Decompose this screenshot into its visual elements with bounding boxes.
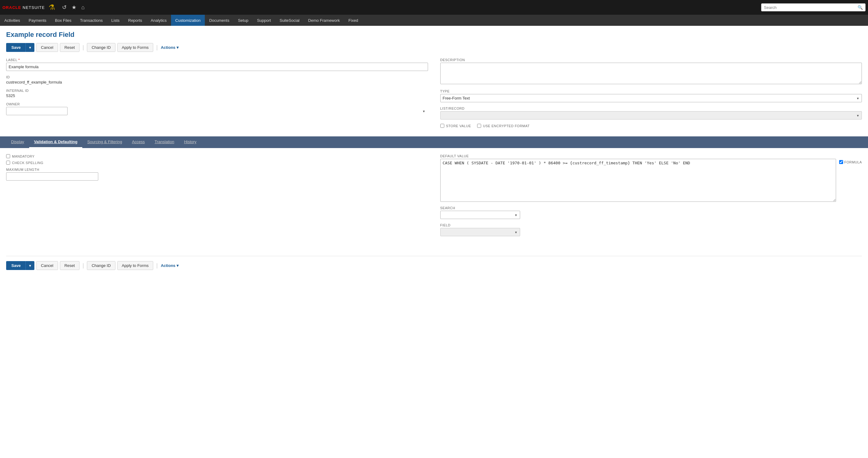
tab-left-col: MANDATORY CHECK SPELLING MAXIMUM LENGTH xyxy=(6,154,428,241)
logo-area: ORACLE NETSUITE ⚗ xyxy=(2,3,55,12)
max-length-input[interactable] xyxy=(6,172,98,181)
internal-id-field-value: 5325 xyxy=(6,93,428,98)
search-select-wrapper xyxy=(440,211,520,219)
menu-bar: Activities Payments Box Files Transactio… xyxy=(0,15,868,26)
bottom-save-button-group: Save ▼ xyxy=(6,261,34,270)
use-encrypted-checkbox-row: USE ENCRYPTED FORMAT xyxy=(477,124,530,128)
id-field-group: ID custrecord_ff_example_formula xyxy=(6,75,428,85)
check-spelling-label: CHECK SPELLING xyxy=(12,161,43,165)
default-value-row: CASE WHEN ( SYSDATE - DATE '1970-01-01' … xyxy=(440,159,862,202)
menu-item-activities[interactable]: Activities xyxy=(0,15,24,26)
checkbox-row-store: STORE VALUE USE ENCRYPTED FORMAT xyxy=(440,124,862,130)
save-dropdown-button[interactable]: ▼ xyxy=(26,43,34,52)
mandatory-checkbox-row: MANDATORY xyxy=(6,154,428,158)
menu-item-customization[interactable]: Customization xyxy=(171,15,205,26)
list-record-select-wrapper xyxy=(440,111,862,120)
label-field-input[interactable] xyxy=(6,63,428,71)
change-id-button[interactable]: Change ID xyxy=(87,43,115,52)
bottom-change-id-button[interactable]: Change ID xyxy=(87,261,115,270)
use-encrypted-checkbox[interactable] xyxy=(477,124,481,128)
formula-label: FORMULA xyxy=(844,160,862,164)
label-field-label: LABEL * xyxy=(6,58,428,62)
tab-content-grid: MANDATORY CHECK SPELLING MAXIMUM LENGTH … xyxy=(6,154,862,241)
list-record-field-label: LIST/RECORD xyxy=(440,106,862,110)
tab-access[interactable]: Access xyxy=(127,136,150,148)
mandatory-label: MANDATORY xyxy=(12,154,35,158)
list-record-field-group: LIST/RECORD xyxy=(440,106,862,120)
bottom-apply-to-forms-button[interactable]: Apply to Forms xyxy=(117,261,153,270)
formula-checkbox[interactable] xyxy=(839,160,843,164)
search-input[interactable] xyxy=(764,5,858,10)
oracle-text: ORACLE xyxy=(2,5,21,10)
tab-validation-defaulting[interactable]: Validation & Defaulting xyxy=(29,136,83,148)
search-button[interactable]: 🔍 xyxy=(858,5,863,10)
menu-item-documents[interactable]: Documents xyxy=(205,15,234,26)
menu-item-analytics[interactable]: Analytics xyxy=(147,15,171,26)
tab-display[interactable]: Display xyxy=(6,136,29,148)
nav-icons: ↺ ★ ⌂ xyxy=(60,2,87,12)
reset-button[interactable]: Reset xyxy=(60,43,80,52)
tab-history[interactable]: History xyxy=(179,136,201,148)
check-spelling-checkbox[interactable] xyxy=(6,161,10,165)
form-left: LABEL * ID custrecord_ff_example_formula… xyxy=(6,58,428,130)
bottom-separator-2: | xyxy=(156,262,158,269)
actions-button[interactable]: Actions ▾ xyxy=(161,45,179,50)
home-icon[interactable]: ⌂ xyxy=(80,2,87,12)
store-value-checkbox[interactable] xyxy=(440,124,444,128)
owner-field-label: OWNER xyxy=(6,102,428,106)
type-field-group: TYPE Free-Form Text xyxy=(440,89,862,102)
default-value-textarea[interactable]: CASE WHEN ( SYSDATE - DATE '1970-01-01' … xyxy=(440,159,836,202)
search-select[interactable] xyxy=(440,211,520,219)
oracle-logo: ORACLE NETSUITE xyxy=(2,5,45,10)
store-value-label: STORE VALUE xyxy=(446,124,471,128)
bottom-save-dropdown-button[interactable]: ▼ xyxy=(26,261,34,270)
max-length-field-group: MAXIMUM LENGTH xyxy=(6,168,428,181)
save-button[interactable]: Save xyxy=(6,43,26,52)
menu-item-demo-framework[interactable]: Demo Framework xyxy=(304,15,344,26)
type-select-wrapper: Free-Form Text xyxy=(440,94,862,102)
separator-1: | xyxy=(83,44,84,51)
separator-2: | xyxy=(156,44,158,51)
bottom-cancel-button[interactable]: Cancel xyxy=(36,261,58,270)
description-textarea[interactable] xyxy=(440,63,862,84)
tab-right-col: DEFAULT VALUE CASE WHEN ( SYSDATE - DATE… xyxy=(440,154,862,241)
menu-item-lists[interactable]: Lists xyxy=(107,15,124,26)
tab-section: Display Validation & Defaulting Sourcing… xyxy=(0,136,868,148)
formula-checkbox-wrapper: FORMULA xyxy=(839,159,862,164)
apply-to-forms-button[interactable]: Apply to Forms xyxy=(117,43,153,52)
field-select[interactable] xyxy=(440,228,520,236)
list-record-select[interactable] xyxy=(440,111,862,120)
field-field-label: FIELD xyxy=(440,223,862,227)
menu-item-transactions[interactable]: Transactions xyxy=(76,15,107,26)
tab-translation[interactable]: Translation xyxy=(150,136,179,148)
history-icon[interactable]: ↺ xyxy=(60,2,68,12)
menu-item-support[interactable]: Support xyxy=(253,15,275,26)
required-star: * xyxy=(19,58,20,62)
favorites-icon[interactable]: ★ xyxy=(70,2,78,12)
description-field-label: DESCRIPTION xyxy=(440,58,862,62)
menu-item-payments[interactable]: Payments xyxy=(24,15,51,26)
mandatory-checkbox[interactable] xyxy=(6,154,10,158)
menu-item-suitesocial[interactable]: SuiteSocial xyxy=(275,15,304,26)
search-field-group: SEARCH xyxy=(440,206,862,219)
bottom-actions-button[interactable]: Actions ▾ xyxy=(161,263,179,268)
tab-sourcing-filtering[interactable]: Sourcing & Filtering xyxy=(82,136,127,148)
bottom-save-button[interactable]: Save xyxy=(6,261,26,270)
owner-select[interactable] xyxy=(6,107,67,115)
top-action-bar: Save ▼ Cancel Reset | Change ID Apply to… xyxy=(6,43,862,52)
max-length-label: MAXIMUM LENGTH xyxy=(6,168,428,172)
menu-item-fixed[interactable]: Fixed xyxy=(344,15,363,26)
type-field-label: TYPE xyxy=(440,89,862,93)
menu-item-box-files[interactable]: Box Files xyxy=(51,15,75,26)
label-field-group: LABEL * xyxy=(6,58,428,71)
cancel-button[interactable]: Cancel xyxy=(36,43,58,52)
check-spelling-checkbox-row: CHECK SPELLING xyxy=(6,161,428,165)
type-select[interactable]: Free-Form Text xyxy=(440,94,862,102)
bottom-reset-button[interactable]: Reset xyxy=(60,261,80,270)
page-content: Example record Field Save ▼ Cancel Reset… xyxy=(0,26,868,275)
default-value-field-group: DEFAULT VALUE CASE WHEN ( SYSDATE - DATE… xyxy=(440,154,862,202)
menu-item-reports[interactable]: Reports xyxy=(124,15,147,26)
menu-item-setup[interactable]: Setup xyxy=(234,15,253,26)
bottom-action-bar: Save ▼ Cancel Reset | Change ID Apply to… xyxy=(6,256,862,270)
form-grid: LABEL * ID custrecord_ff_example_formula… xyxy=(6,58,862,130)
